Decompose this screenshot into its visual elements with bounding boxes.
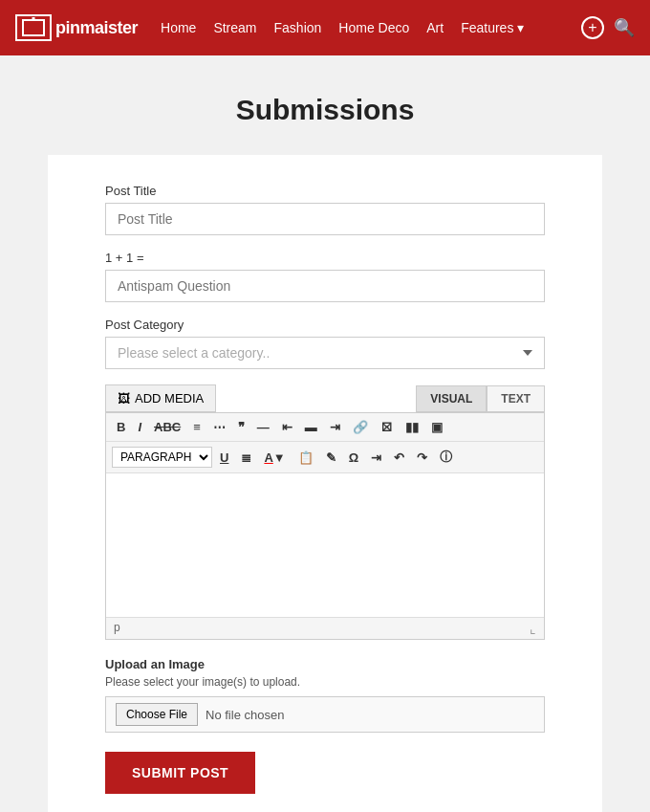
antispam-group: 1 + 1 = [105, 251, 545, 302]
special-char-button[interactable]: Ω [344, 448, 363, 468]
nav-link-fashion[interactable]: Fashion [274, 20, 322, 35]
fullscreen-button[interactable]: ▣ [426, 417, 447, 437]
category-label: Post Category [105, 318, 545, 332]
upload-desc: Please select your image(s) to upload. [105, 675, 545, 689]
page-title: Submissions [19, 94, 631, 126]
nav-right: + 🔍 [581, 16, 635, 39]
editor-wrap: B I ABC ≡ ⋯ ❞ — ⇤ ▬ ⇥ 🔗 ⛝ ▮▮ ▣ PARAGRAPH [105, 412, 545, 640]
editor-toolbar-row2: PARAGRAPH U ≣ A▼ 📋 ✎ Ω ⇥ ↶ ↷ ⓘ [106, 442, 544, 473]
logo-pin [22, 19, 45, 36]
logo: pinmaister [15, 14, 138, 41]
horizontal-rule-button[interactable]: — [252, 417, 274, 437]
add-media-label: ADD MEDIA [135, 391, 204, 406]
category-select[interactable]: Please select a category.. [105, 337, 545, 369]
insert-link-button[interactable]: 🔗 [348, 417, 373, 437]
nav-links: Home Stream Fashion Home Deco Art Featur… [161, 20, 581, 35]
editor-footer: p ⌞ [106, 617, 544, 639]
add-icon[interactable]: + [581, 16, 604, 39]
visual-button[interactable]: VISUAL [416, 385, 487, 412]
nav-link-features[interactable]: Features ▾ [461, 20, 524, 35]
underline-button[interactable]: U [215, 448, 233, 468]
file-input-wrap: Choose File No file chosen [105, 696, 545, 733]
editor-top-bar: 🖼 ADD MEDIA VISUAL TEXT [105, 384, 545, 412]
align-center-button[interactable]: ▬ [300, 417, 322, 437]
file-chosen-text: No file chosen [206, 708, 284, 722]
unordered-list-button[interactable]: ≡ [188, 417, 206, 437]
insert-more-button[interactable]: ▮▮ [401, 417, 423, 437]
blockquote-button[interactable]: ❞ [233, 417, 249, 437]
ordered-list-button[interactable]: ⋯ [208, 417, 230, 437]
font-color-button[interactable]: A▼ [259, 448, 290, 468]
editor-tag: p [114, 621, 120, 636]
paragraph-select[interactable]: PARAGRAPH [112, 447, 212, 468]
post-title-group: Post Title [105, 184, 545, 235]
nav-link-home[interactable]: Home [161, 20, 196, 35]
paste-button[interactable]: 📋 [293, 448, 318, 468]
nav-link-art[interactable]: Art [426, 20, 444, 35]
add-media-button[interactable]: 🖼 ADD MEDIA [105, 384, 216, 412]
edit-link-button[interactable]: ✎ [321, 448, 341, 468]
logo-text: pinmaister [55, 18, 138, 38]
help-button[interactable]: ⓘ [435, 446, 457, 469]
submit-post-button[interactable]: SUBMIT POST [105, 752, 255, 794]
logo-icon [15, 14, 52, 41]
post-title-input[interactable] [105, 203, 545, 235]
editor-content[interactable] [106, 473, 544, 617]
bold-button[interactable]: B [112, 417, 130, 437]
redo-button[interactable]: ↷ [412, 448, 432, 468]
editor-group: 🖼 ADD MEDIA VISUAL TEXT B I ABC ≡ ⋯ ❞ — … [105, 384, 545, 640]
category-group: Post Category Please select a category.. [105, 318, 545, 369]
upload-section: Upload an Image Please select your image… [105, 657, 545, 733]
upload-title: Upload an Image [105, 657, 545, 671]
nav-link-home-deco[interactable]: Home Deco [338, 20, 409, 35]
undo-button[interactable]: ↶ [389, 448, 409, 468]
view-toggle: VISUAL TEXT [416, 385, 545, 412]
antispam-label: 1 + 1 = [105, 251, 545, 265]
justify-button[interactable]: ≣ [236, 448, 256, 468]
remove-link-button[interactable]: ⛝ [376, 417, 398, 437]
antispam-input[interactable] [105, 270, 545, 302]
italic-button[interactable]: I [133, 417, 146, 437]
editor-toolbar-row1: B I ABC ≡ ⋯ ❞ — ⇤ ▬ ⇥ 🔗 ⛝ ▮▮ ▣ [106, 413, 544, 442]
file-choose-button[interactable]: Choose File [116, 703, 198, 726]
add-media-icon: 🖼 [118, 391, 130, 406]
search-icon[interactable]: 🔍 [614, 17, 635, 38]
nav-link-stream[interactable]: Stream [213, 20, 256, 35]
text-button[interactable]: TEXT [487, 385, 545, 412]
strikethrough-button[interactable]: ABC [149, 417, 185, 437]
resize-handle[interactable]: ⌞ [530, 621, 536, 636]
indent-button[interactable]: ⇥ [366, 448, 386, 468]
navbar: pinmaister Home Stream Fashion Home Deco… [0, 0, 650, 55]
align-left-button[interactable]: ⇤ [277, 417, 297, 437]
submissions-form: Post Title 1 + 1 = Post Category Please … [48, 155, 602, 812]
post-title-label: Post Title [105, 184, 545, 198]
align-right-button[interactable]: ⇥ [325, 417, 345, 437]
hero-section: Submissions [0, 55, 650, 155]
